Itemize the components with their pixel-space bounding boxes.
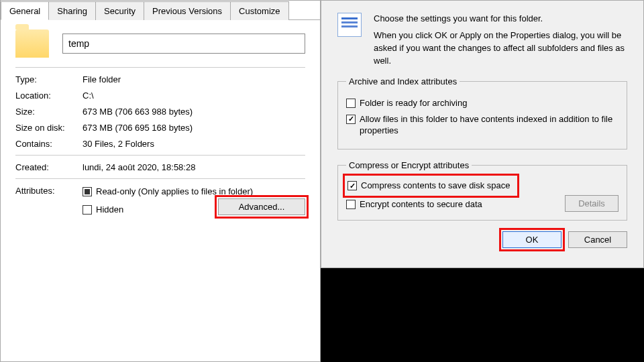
label-location: Location: [15,90,83,101]
group-archive-index-legend: Archive and Index attributes [346,76,460,86]
tab-customize[interactable]: Customize [230,1,288,20]
advanced-header-line2: When you click OK or Apply on the Proper… [374,29,627,68]
label-contains: Contains: [15,139,83,149]
checkbox-compress-label: Compress contents to save disk space [361,180,511,192]
checkbox-index[interactable]: Allow files in this folder to have conte… [346,113,619,137]
value-type: File folder [83,74,305,84]
value-size-on-disk: 673 MB (706 695 168 bytes) [83,123,305,133]
value-location: C:\ [83,90,305,101]
tab-general[interactable]: General [1,1,49,20]
value-contains: 30 Files, 2 Folders [83,139,305,149]
checkbox-readonly-label: Read-only (Only applies to files in fold… [96,186,253,196]
group-compress-encrypt: Compress or Encrypt attributes Compress … [337,160,627,221]
settings-list-icon [337,13,362,37]
group-compress-encrypt-legend: Compress or Encrypt attributes [346,160,472,170]
label-size: Size: [15,107,83,117]
properties-tabs: General Sharing Security Previous Versio… [1,1,320,20]
advanced-header-line1: Choose the settings you want for this fo… [374,13,627,25]
checkbox-icon [83,205,92,215]
advanced-attributes-window: Choose the settings you want for this fo… [321,0,644,268]
folder-icon [15,29,49,58]
checkbox-icon [346,99,356,108]
checkbox-icon [83,187,92,196]
checkbox-compress[interactable]: Compress contents to save disk space [347,180,511,192]
advanced-header-text: Choose the settings you want for this fo… [374,13,627,67]
label-size-on-disk: Size on disk: [15,123,83,133]
value-created: lundi, 24 août 2020, 18:58:28 [83,162,305,172]
checkbox-icon [346,200,356,209]
checkbox-index-label: Allow files in this folder to have conte… [360,113,619,137]
group-archive-index: Archive and Index attributes Folder is r… [337,76,627,149]
folder-properties-window: General Sharing Security Previous Versio… [0,0,321,362]
checkbox-icon [347,181,357,190]
cancel-button[interactable]: Cancel [568,231,627,248]
advanced-button[interactable]: Advanced... [218,198,305,215]
value-size: 673 MB (706 663 988 bytes) [83,107,305,117]
checkbox-encrypt-label: Encrypt contents to secure data [360,198,482,210]
checkbox-archive[interactable]: Folder is ready for archiving [346,97,619,109]
details-button[interactable]: Details [565,195,619,212]
label-type: Type: [15,74,83,84]
checkbox-hidden-label: Hidden [96,204,123,215]
checkbox-icon [346,115,356,124]
folder-name-input[interactable] [62,34,305,54]
label-created: Created: [15,162,83,172]
tab-previous-versions[interactable]: Previous Versions [144,1,231,20]
ok-button[interactable]: OK [502,231,561,248]
tab-security[interactable]: Security [95,1,144,20]
checkbox-archive-label: Folder is ready for archiving [360,97,467,109]
label-attributes: Attributes: [15,186,83,196]
tab-sharing[interactable]: Sharing [48,1,96,20]
checkbox-readonly[interactable]: Read-only (Only applies to files in fold… [83,186,305,196]
